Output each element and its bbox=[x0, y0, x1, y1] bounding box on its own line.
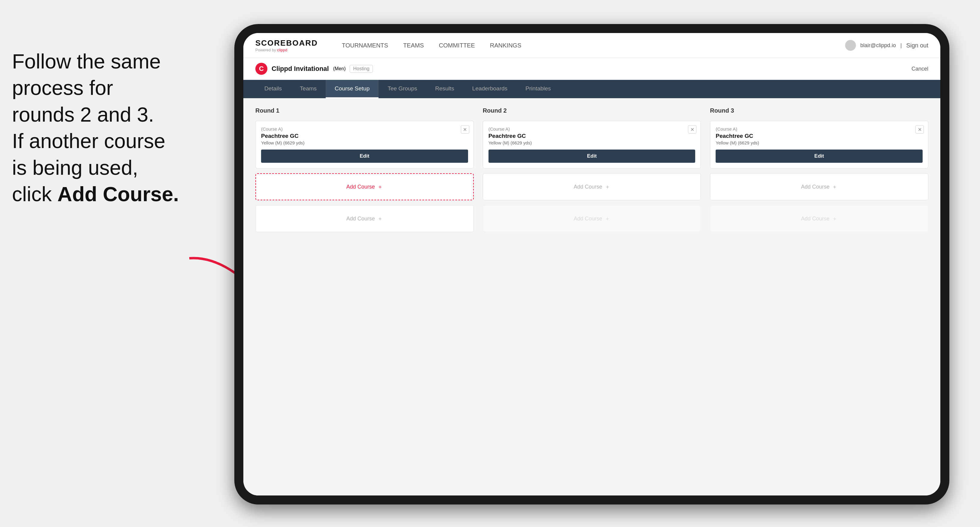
tournament-name: Clippd Invitational bbox=[272, 65, 329, 73]
tournament-type: (Men) bbox=[333, 66, 346, 71]
sub-header-left: C Clippd Invitational (Men) Hosting bbox=[255, 63, 373, 75]
nav-right: blair@clippd.io | Sign out bbox=[845, 40, 928, 51]
round-3-course-name: Peachtree GC bbox=[716, 133, 923, 139]
round-2-add-course-2-icon: ＋ bbox=[605, 215, 610, 222]
main-content: Round 1 ✕ (Course A) Peachtree GC Yellow… bbox=[243, 98, 940, 495]
round-2-course-label: (Course A) bbox=[488, 126, 695, 132]
tab-bar: Details Teams Course Setup Tee Groups Re… bbox=[243, 80, 940, 98]
round-1-column: Round 1 ✕ (Course A) Peachtree GC Yellow… bbox=[255, 107, 474, 232]
round-1-edit-button[interactable]: Edit bbox=[261, 149, 468, 163]
round-3-course-details: Yellow (M) (6629 yds) bbox=[716, 140, 923, 145]
tablet-device: SCOREBOARD Powered by clippd TOURNAMENTS… bbox=[234, 24, 949, 505]
round-1-delete-icon[interactable]: ✕ bbox=[461, 125, 469, 133]
powered-by: Powered by clippd bbox=[255, 48, 318, 52]
nav-rankings[interactable]: RANKINGS bbox=[490, 42, 521, 49]
round-3-add-course-2-label: Add Course bbox=[801, 216, 829, 222]
tab-leaderboards[interactable]: Leaderboards bbox=[463, 80, 516, 98]
round-3-add-course-1[interactable]: Add Course ＋ bbox=[710, 173, 928, 200]
round-3-edit-button[interactable]: Edit bbox=[716, 149, 923, 163]
nav-teams[interactable]: TEAMS bbox=[403, 42, 424, 49]
round-3-add-course-2: Add Course ＋ bbox=[710, 205, 928, 232]
round-2-course-name: Peachtree GC bbox=[488, 133, 695, 139]
tab-printables[interactable]: Printables bbox=[516, 80, 560, 98]
round-3-column: Round 3 ✕ (Course A) Peachtree GC Yellow… bbox=[710, 107, 928, 232]
round-1-add-course-1[interactable]: Add Course ＋ bbox=[255, 173, 474, 200]
round-1-course-label: (Course A) bbox=[261, 126, 468, 132]
add-course-2-label: Add Course bbox=[347, 216, 375, 222]
tablet-screen: SCOREBOARD Powered by clippd TOURNAMENTS… bbox=[243, 33, 940, 495]
round-2-add-course-1-icon: ＋ bbox=[605, 183, 610, 190]
instruction-line6-plain: click bbox=[12, 183, 57, 205]
tab-course-setup[interactable]: Course Setup bbox=[326, 80, 379, 98]
round-3-course-card: ✕ (Course A) Peachtree GC Yellow (M) (66… bbox=[710, 121, 928, 168]
separator: | bbox=[900, 42, 902, 49]
round-1-course-card: ✕ (Course A) Peachtree GC Yellow (M) (66… bbox=[255, 121, 474, 168]
round-3-add-course-1-label: Add Course bbox=[801, 184, 829, 190]
nav-committee[interactable]: COMMITTEE bbox=[439, 42, 475, 49]
round-1-course-details: Yellow (M) (6629 yds) bbox=[261, 140, 468, 145]
instruction-line3: rounds 2 and 3. bbox=[12, 103, 154, 126]
add-course-2-icon: ＋ bbox=[377, 215, 383, 222]
user-email: blair@clippd.io bbox=[861, 42, 896, 49]
instruction-line5: is being used, bbox=[12, 156, 138, 179]
hosting-badge: Hosting bbox=[350, 65, 372, 73]
add-course-1-label: Add Course bbox=[347, 184, 375, 190]
nav-tournaments[interactable]: TOURNAMENTS bbox=[342, 42, 388, 49]
round-3-add-course-2-icon: ＋ bbox=[832, 215, 837, 222]
round-3-title: Round 3 bbox=[710, 107, 928, 114]
user-avatar bbox=[845, 40, 856, 51]
clippd-c-logo: C bbox=[255, 63, 267, 75]
tab-details[interactable]: Details bbox=[255, 80, 291, 98]
logo-area: SCOREBOARD Powered by clippd bbox=[255, 38, 318, 52]
instruction-line4: If another course bbox=[12, 129, 165, 152]
round-2-add-course-2-label: Add Course bbox=[574, 216, 602, 222]
top-nav: SCOREBOARD Powered by clippd TOURNAMENTS… bbox=[243, 33, 940, 58]
round-2-course-card: ✕ (Course A) Peachtree GC Yellow (M) (66… bbox=[483, 121, 701, 168]
nav-links: TOURNAMENTS TEAMS COMMITTEE RANKINGS bbox=[342, 42, 827, 49]
tab-tee-groups[interactable]: Tee Groups bbox=[379, 80, 426, 98]
round-2-add-course-1-label: Add Course bbox=[574, 184, 602, 190]
round-3-add-course-1-icon: ＋ bbox=[832, 183, 837, 190]
round-1-add-course-2[interactable]: Add Course ＋ bbox=[255, 205, 474, 232]
rounds-container: Round 1 ✕ (Course A) Peachtree GC Yellow… bbox=[255, 107, 928, 232]
cancel-button[interactable]: Cancel bbox=[912, 66, 928, 72]
sub-header: C Clippd Invitational (Men) Hosting Canc… bbox=[243, 58, 940, 80]
scoreboard-logo: SCOREBOARD bbox=[255, 38, 318, 48]
sign-out-link[interactable]: Sign out bbox=[907, 42, 928, 49]
add-course-1-icon: ＋ bbox=[377, 183, 383, 190]
tab-results[interactable]: Results bbox=[426, 80, 463, 98]
instruction-panel: Follow the same process for rounds 2 and… bbox=[0, 48, 210, 207]
round-2-edit-button[interactable]: Edit bbox=[488, 149, 695, 163]
round-2-add-course-2: Add Course ＋ bbox=[483, 205, 701, 232]
round-2-add-course-1[interactable]: Add Course ＋ bbox=[483, 173, 701, 200]
instruction-line6-bold: Add Course. bbox=[57, 183, 179, 205]
tab-teams[interactable]: Teams bbox=[291, 80, 326, 98]
round-3-course-label: (Course A) bbox=[716, 126, 923, 132]
round-1-title: Round 1 bbox=[255, 107, 474, 114]
instruction-line2: process for bbox=[12, 76, 113, 99]
round-2-course-details: Yellow (M) (6629 yds) bbox=[488, 140, 695, 145]
round-2-column: Round 2 ✕ (Course A) Peachtree GC Yellow… bbox=[483, 107, 701, 232]
round-3-delete-icon[interactable]: ✕ bbox=[915, 125, 924, 133]
round-2-delete-icon[interactable]: ✕ bbox=[688, 125, 697, 133]
instruction-line1: Follow the same bbox=[12, 50, 161, 73]
round-2-title: Round 2 bbox=[483, 107, 701, 114]
clippd-brand: clippd bbox=[277, 48, 287, 52]
round-1-course-name: Peachtree GC bbox=[261, 133, 468, 139]
